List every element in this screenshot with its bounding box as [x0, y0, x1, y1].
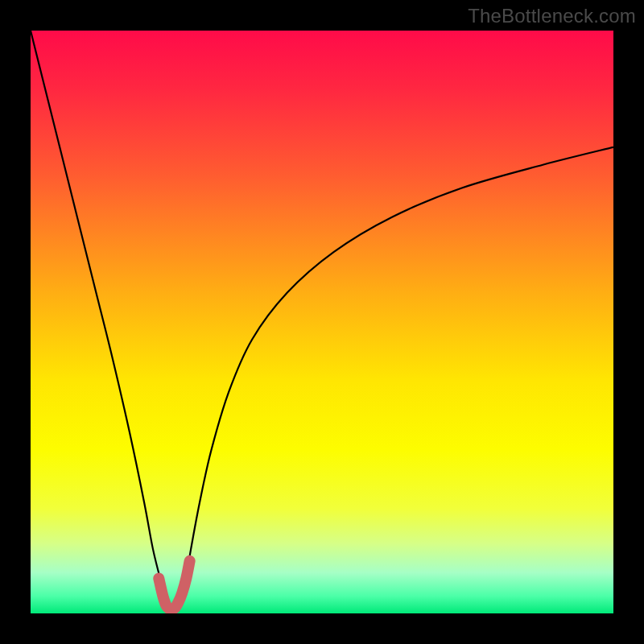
watermark-text: TheBottleneck.com [468, 5, 636, 27]
gradient-background [31, 31, 613, 613]
plot-area [31, 31, 613, 613]
chart-svg [31, 31, 613, 613]
chart-frame: TheBottleneck.com [0, 0, 644, 644]
